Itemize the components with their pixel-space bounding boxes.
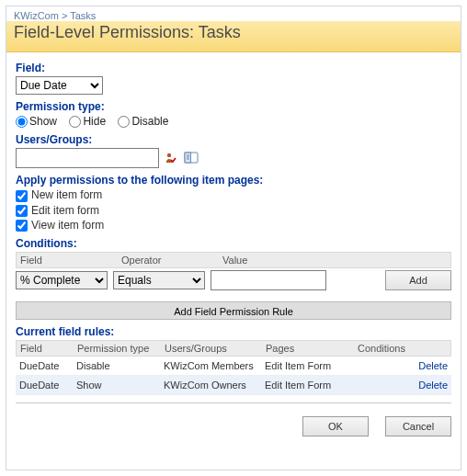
separator	[16, 402, 451, 403]
validate-user-icon[interactable]	[163, 150, 179, 166]
breadcrumb-leaf: Tasks	[70, 10, 96, 21]
apply-pages-label: Apply permissions to the following item …	[16, 174, 451, 187]
cb-edit[interactable]	[16, 205, 28, 217]
rule-pages: Edit Item Form	[265, 360, 357, 371]
rule-pages: Edit Item Form	[265, 380, 357, 391]
condition-operator-select[interactable]: Equals	[113, 271, 205, 289]
cb-view-text: View item form	[31, 219, 104, 232]
permission-type-label: Permission type:	[16, 100, 451, 113]
rules-col-perm: Permission type	[77, 343, 165, 354]
rule-field: DueDate	[19, 360, 76, 371]
cb-edit-label[interactable]: Edit item form	[16, 204, 99, 217]
breadcrumb-sep: >	[62, 10, 67, 21]
cb-new-text: New item form	[31, 188, 102, 201]
rule-perm: Disable	[76, 360, 164, 371]
condition-field-select[interactable]: % Complete	[16, 271, 108, 289]
radio-disable-label[interactable]: Disable	[118, 115, 168, 128]
radio-disable[interactable]	[118, 116, 130, 128]
breadcrumb-root[interactable]: KWizCom	[14, 10, 59, 21]
radio-hide[interactable]	[69, 116, 81, 128]
add-field-permission-rule-button[interactable]: Add Field Permission Rule	[16, 301, 451, 320]
cancel-button[interactable]: Cancel	[385, 416, 451, 436]
radio-show-text: Show	[29, 115, 57, 128]
rule-ug: KWizCom Owners	[164, 380, 265, 391]
radio-disable-text: Disable	[131, 115, 168, 128]
svg-point-0	[167, 153, 171, 157]
rules-col-field: Field	[20, 343, 77, 354]
rule-field: DueDate	[19, 380, 76, 391]
rules-header: Field Permission type Users/Groups Pages…	[16, 340, 451, 357]
permission-type-radios: Show Hide Disable	[16, 115, 451, 128]
rules-col-cond: Conditions	[358, 343, 413, 354]
cb-edit-text: Edit item form	[31, 204, 99, 217]
cb-view[interactable]	[16, 220, 28, 232]
title-bar: Field-Level Permissions: Tasks	[6, 21, 461, 52]
radio-show-label[interactable]: Show	[16, 115, 57, 128]
cb-view-label[interactable]: View item form	[16, 219, 104, 232]
radio-hide-label[interactable]: Hide	[69, 115, 106, 128]
browse-directory-icon[interactable]	[183, 150, 199, 166]
conditions-header: Field Operator Value	[16, 252, 451, 268]
conditions-label: Conditions:	[16, 237, 451, 250]
users-groups-label: Users/Groups:	[16, 133, 451, 146]
cb-new[interactable]	[16, 190, 28, 202]
radio-show[interactable]	[16, 116, 28, 128]
breadcrumb: KWizCom > Tasks	[6, 6, 461, 21]
ok-button[interactable]: OK	[302, 416, 369, 436]
rules-col-ug: Users/Groups	[165, 343, 266, 354]
field-select[interactable]: Due Date	[16, 76, 103, 95]
cond-col-operator: Operator	[121, 255, 222, 266]
cb-new-label[interactable]: New item form	[16, 188, 102, 201]
radio-hide-text: Hide	[83, 115, 106, 128]
delete-rule-link[interactable]: Delete	[418, 360, 448, 371]
table-row: DueDate Disable KWizCom Members Edit Ite…	[16, 357, 451, 376]
cond-col-field: Field	[20, 255, 121, 266]
rules-col-pages: Pages	[266, 343, 358, 354]
users-groups-input[interactable]	[16, 148, 159, 168]
current-rules-label: Current field rules:	[16, 325, 451, 338]
rule-ug: KWizCom Members	[164, 360, 265, 371]
add-condition-button[interactable]: Add	[385, 270, 451, 290]
cond-col-value: Value	[222, 255, 447, 266]
rule-perm: Show	[76, 380, 164, 391]
delete-rule-link[interactable]: Delete	[418, 380, 448, 391]
table-row: DueDate Show KWizCom Owners Edit Item Fo…	[16, 376, 451, 395]
condition-value-input[interactable]	[211, 270, 326, 290]
field-label: Field:	[16, 62, 451, 74]
page-title: Field-Level Permissions: Tasks	[14, 23, 453, 42]
